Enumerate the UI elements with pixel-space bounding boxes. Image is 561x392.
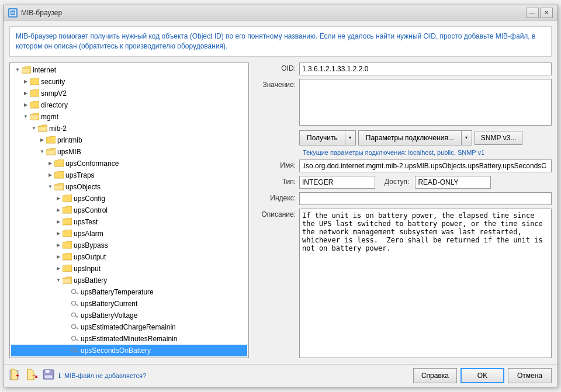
tree-item-security[interactable]: security	[11, 76, 247, 88]
svg-text:+: +	[16, 373, 19, 379]
oid-row: OID:	[255, 63, 552, 75]
expander-printmib[interactable]	[38, 136, 46, 144]
mib-info-text[interactable]: MIB-файл не добавляется?	[64, 372, 146, 379]
tree-label-printmib: printmib	[57, 135, 82, 145]
tree-item-upsOutput[interactable]: upsOutput	[11, 251, 247, 263]
tree-item-upsControl[interactable]: upsControl	[11, 204, 247, 216]
tree-item-upsBatteryTemperature[interactable]: upsBatteryTemperature	[11, 286, 247, 298]
connection-info-text: Текущие параметры подключения: localhost…	[303, 149, 484, 156]
type-label: Тип:	[255, 176, 296, 186]
expander-upsConfig[interactable]	[54, 195, 63, 203]
tree-item-mgmt[interactable]: mgmt	[11, 111, 247, 123]
tree-item-upsTraps[interactable]: upsTraps	[11, 169, 247, 181]
tree-item-printmib[interactable]: printmib	[11, 134, 247, 146]
help-button[interactable]: Справка	[413, 368, 457, 383]
folder-icon-upsInput	[63, 265, 72, 272]
expander-mgmt[interactable]	[22, 113, 30, 121]
value-textarea[interactable]	[299, 79, 552, 126]
expander-upsBypass[interactable]	[54, 241, 63, 249]
tree-item-upsMIB[interactable]: upsMIB	[11, 146, 247, 158]
tree-item-upsInput[interactable]: upsInput	[11, 263, 247, 275]
remove-mib-icon[interactable]: −	[26, 369, 39, 383]
tree-item-upsConfig[interactable]: upsConfig	[11, 193, 247, 204]
tree-item-directory[interactable]: directory	[11, 99, 247, 111]
expander-upsSecondsOnBattery[interactable]	[63, 346, 71, 355]
get-button[interactable]: Получить	[300, 131, 345, 145]
expander-upsTraps[interactable]	[46, 171, 54, 179]
connection-params-button-group: Параметры подключения... ▾	[358, 130, 472, 145]
tree-label-upsConformance: upsConformance	[65, 158, 119, 169]
expander-upsMIB[interactable]	[38, 148, 46, 156]
expander-upsBatteryCurrent[interactable]	[63, 300, 71, 308]
type-access-row: Тип: Доступ:	[255, 176, 552, 189]
tree-label-snmpV2: snmpV2	[41, 88, 67, 99]
save-mib-icon[interactable]	[42, 369, 55, 383]
expander-upsEstimatedChargeRemainin[interactable]	[63, 323, 71, 331]
folder-icon-mib-2	[38, 124, 47, 132]
expander-upsBattery[interactable]	[54, 276, 63, 285]
tree-panel[interactable]: internet security snmpV2 directory mgmt …	[9, 63, 249, 358]
tree-item-mib-2[interactable]: mib-2	[11, 123, 247, 134]
minimize-button[interactable]: —	[526, 8, 539, 18]
expander-directory[interactable]	[22, 101, 30, 109]
tree-label-upsBatteryCurrent: upsBatteryCurrent	[81, 299, 137, 309]
folder-icon-upsConfig	[63, 195, 72, 202]
expander-upsControl[interactable]	[54, 206, 63, 214]
app-icon	[8, 8, 18, 18]
expander-mib-2[interactable]	[30, 124, 38, 133]
expander-upsOutput[interactable]	[54, 253, 63, 261]
snmp-button[interactable]: SNMP v3...	[475, 131, 522, 145]
tree-item-upsTest[interactable]: upsTest	[11, 216, 247, 228]
type-input[interactable]	[299, 176, 375, 189]
access-input[interactable]	[415, 176, 491, 189]
close-button[interactable]: ✕	[540, 8, 553, 18]
svg-point-9	[72, 313, 76, 317]
mib-info-icon[interactable]: ℹ	[58, 372, 61, 380]
svg-point-12	[72, 324, 76, 328]
tree-item-upsSecondsOnBattery[interactable]: upsSecondsOnBattery	[11, 345, 247, 356]
tree-item-upsEstimatedChargeRemainin[interactable]: upsEstimatedChargeRemainin	[11, 321, 247, 333]
connection-params-button[interactable]: Параметры подключения...	[359, 131, 461, 145]
window-content: MIB-браузер помогает получить нужный код…	[4, 20, 557, 364]
tree-item-upsBattery[interactable]: upsBattery	[11, 275, 247, 286]
expander-upsBatteryTemperature[interactable]	[63, 288, 71, 296]
expander-upsInput[interactable]	[54, 265, 63, 273]
expander-upsConformance[interactable]	[46, 159, 54, 168]
description-textarea[interactable]: If the unit is on battery power, the ela…	[299, 209, 552, 358]
right-panel: OID: Значение: Получить ▾	[255, 63, 552, 358]
expander-upsAlarm[interactable]	[54, 230, 63, 238]
folder-icon-upsAlarm	[63, 230, 72, 237]
tree-item-upsBatteryCurrent[interactable]: upsBatteryCurrent	[11, 298, 247, 310]
oid-input[interactable]	[299, 63, 552, 75]
name-label: Имя:	[255, 159, 296, 169]
cancel-button[interactable]: Отмена	[508, 368, 552, 383]
tree-item-internet[interactable]: internet	[11, 64, 247, 76]
folder-icon-directory	[30, 101, 39, 109]
expander-upsObjects[interactable]	[46, 183, 54, 191]
tree-item-upsEstimatedMinutesRemainin[interactable]: upsEstimatedMinutesRemainin	[11, 333, 247, 345]
tree-item-snmpV2[interactable]: snmpV2	[11, 88, 247, 99]
name-input[interactable]	[299, 159, 552, 172]
index-input[interactable]	[299, 192, 552, 205]
expander-internet[interactable]	[13, 66, 22, 74]
expander-snmpV2[interactable]	[22, 89, 30, 98]
tree-item-upsBatteryStatus[interactable]: upsBatteryStatus	[11, 356, 247, 358]
tree-item-upsBypass[interactable]: upsBypass	[11, 240, 247, 251]
banner-text: MIB-браузер помогает получить нужный код…	[16, 32, 535, 50]
folder-icon-upsMIB	[46, 148, 56, 155]
tree-item-upsBatteryVoltage[interactable]: upsBatteryVoltage	[11, 310, 247, 321]
get-dropdown-button[interactable]: ▾	[345, 131, 355, 145]
connection-params-dropdown[interactable]: ▾	[461, 131, 472, 145]
expander-security[interactable]	[22, 78, 30, 86]
tree-item-upsObjects[interactable]: upsObjects	[11, 181, 247, 193]
bottom-bar: + − ℹ MIB-файл не доб	[4, 364, 557, 387]
expander-upsEstimatedMinutesRemainin[interactable]	[63, 335, 71, 343]
key-icon-upsSecondsOnBattery	[71, 346, 79, 355]
expander-upsBatteryVoltage[interactable]	[63, 311, 71, 320]
ok-button[interactable]: OK	[460, 368, 504, 383]
expander-upsTest[interactable]	[54, 218, 63, 226]
tree-item-upsConformance[interactable]: upsConformance	[11, 158, 247, 169]
add-mib-icon[interactable]: +	[9, 369, 22, 383]
folder-icon-upsBypass	[63, 241, 72, 249]
tree-item-upsAlarm[interactable]: upsAlarm	[11, 228, 247, 240]
